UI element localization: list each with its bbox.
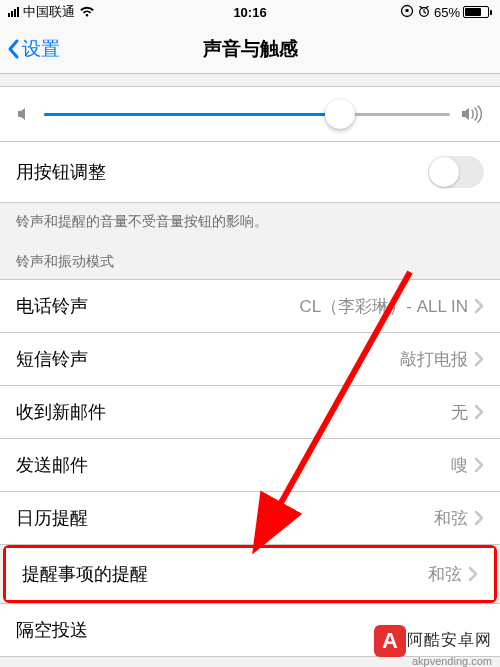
speaker-low-icon (16, 105, 34, 123)
page-title: 声音与触感 (203, 36, 298, 62)
row-phone-ringtone[interactable]: 电话铃声 CL（李彩琳）- ALL IN (0, 279, 500, 333)
row-reminder-alerts[interactable]: 提醒事项的提醒 和弦 (6, 548, 494, 600)
carrier-label: 中国联通 (23, 3, 75, 21)
watermark-url: akpvending.com (412, 655, 492, 667)
slider-thumb[interactable] (325, 99, 355, 129)
row-sent-mail[interactable]: 发送邮件 嗖 (0, 439, 500, 492)
chevron-right-icon (468, 298, 484, 314)
switch-knob (429, 157, 459, 187)
row-label: 用按钮调整 (16, 160, 106, 184)
footer-note: 铃声和提醒的音量不受音量按钮的影响。 (0, 203, 500, 249)
watermark-logo: A (374, 625, 406, 657)
battery-fill (465, 8, 481, 16)
chevron-right-icon (468, 404, 484, 420)
row-adjust-with-buttons[interactable]: 用按钮调整 (0, 142, 500, 203)
row-label: 隔空投送 (16, 618, 88, 642)
row-label: 短信铃声 (16, 347, 88, 371)
status-right: 65% (267, 4, 492, 21)
row-value: 无 (451, 401, 484, 424)
row-calendar-alerts[interactable]: 日历提醒 和弦 (0, 492, 500, 545)
row-value: 和弦 (434, 507, 484, 530)
status-time: 10:16 (233, 5, 266, 20)
row-text-ringtone[interactable]: 短信铃声 敲打电报 (0, 333, 500, 386)
alarm-icon (417, 4, 431, 21)
rotation-lock-icon (400, 4, 414, 21)
status-bar: 中国联通 10:16 65% (0, 0, 500, 24)
wifi-icon (79, 6, 95, 18)
battery-percent: 65% (434, 5, 460, 20)
row-value: 嗖 (451, 454, 484, 477)
back-label: 设置 (22, 36, 60, 62)
volume-slider-row (0, 86, 500, 142)
chevron-right-icon (468, 351, 484, 367)
volume-slider[interactable] (44, 113, 450, 116)
chevron-left-icon (6, 37, 22, 61)
chevron-right-icon (468, 457, 484, 473)
signal-icon (8, 7, 19, 17)
slider-fill (44, 113, 340, 116)
row-value: 和弦 (428, 563, 478, 586)
chevron-right-icon (468, 510, 484, 526)
nav-bar: 设置 声音与触感 (0, 24, 500, 74)
row-label: 发送邮件 (16, 453, 88, 477)
row-label: 电话铃声 (16, 294, 88, 318)
status-left: 中国联通 (8, 3, 233, 21)
toggle-switch[interactable] (428, 156, 484, 188)
row-value: CL（李彩琳）- ALL IN (300, 295, 484, 318)
svg-rect-1 (405, 9, 408, 12)
row-label: 日历提醒 (16, 506, 88, 530)
row-new-mail[interactable]: 收到新邮件 无 (0, 386, 500, 439)
battery-icon (463, 6, 492, 18)
row-value: 敲打电报 (400, 348, 484, 371)
row-label: 收到新邮件 (16, 400, 106, 424)
watermark-text: 阿酷安卓网 (407, 630, 492, 651)
section-header: 铃声和振动模式 (0, 249, 500, 279)
speaker-high-icon (460, 105, 484, 123)
back-button[interactable]: 设置 (0, 36, 60, 62)
row-label: 提醒事项的提醒 (22, 562, 148, 586)
chevron-right-icon (462, 566, 478, 582)
annotation-highlight: 提醒事项的提醒 和弦 (3, 545, 497, 603)
